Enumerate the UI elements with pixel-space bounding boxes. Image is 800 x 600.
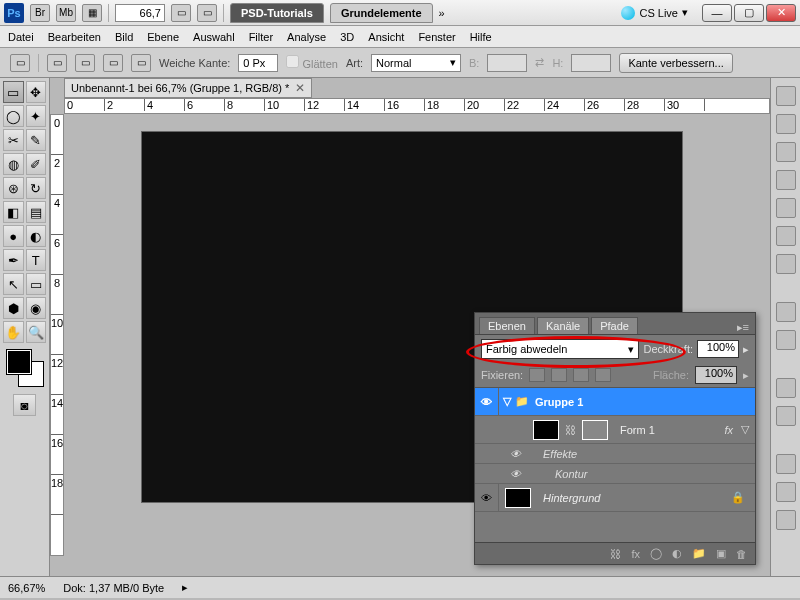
layer-thumb[interactable] bbox=[505, 488, 531, 508]
menu-bearbeiten[interactable]: Bearbeiten bbox=[48, 31, 101, 43]
shape-tool[interactable]: ▭ bbox=[26, 273, 47, 295]
dock-brush-icon[interactable] bbox=[776, 142, 796, 162]
marquee-add[interactable]: ▭ bbox=[75, 54, 95, 72]
vector-mask-thumb[interactable] bbox=[582, 420, 608, 440]
dock-actions-icon[interactable] bbox=[776, 114, 796, 134]
path-tool[interactable]: ↖ bbox=[3, 273, 24, 295]
menu-ebene[interactable]: Ebene bbox=[147, 31, 179, 43]
maximize-button[interactable]: ▢ bbox=[734, 4, 764, 22]
layer-background[interactable]: 👁 Hintergrund 🔒 bbox=[475, 484, 755, 512]
menu-fenster[interactable]: Fenster bbox=[418, 31, 455, 43]
adjustment-icon[interactable]: ◐ bbox=[672, 547, 682, 560]
3d-tool[interactable]: ⬢ bbox=[3, 297, 24, 319]
marquee-rect[interactable]: ▭ bbox=[47, 54, 67, 72]
refine-edge-button[interactable]: Kante verbessern... bbox=[619, 53, 732, 73]
menu-hilfe[interactable]: Hilfe bbox=[470, 31, 492, 43]
close-button[interactable]: ✕ bbox=[766, 4, 796, 22]
trash-icon[interactable]: 🗑 bbox=[736, 548, 747, 560]
zoom-tool[interactable]: 🔍 bbox=[26, 321, 47, 343]
zoom-input[interactable]: 66,7 bbox=[115, 4, 165, 22]
layer-form1[interactable]: ⛓ Form 1 fx ▽ bbox=[475, 416, 755, 444]
fx-arrow[interactable]: ▽ bbox=[741, 423, 755, 436]
blend-mode-select[interactable]: Farbig abwedeln▾ bbox=[481, 339, 639, 359]
link-layers-icon[interactable]: ⛓ bbox=[610, 548, 621, 560]
history-brush-tool[interactable]: ↻ bbox=[26, 177, 47, 199]
dock-mb-icon[interactable] bbox=[776, 254, 796, 274]
dock-clone-icon[interactable] bbox=[776, 170, 796, 190]
foreground-color[interactable] bbox=[7, 350, 31, 374]
dock-paths-icon[interactable] bbox=[776, 510, 796, 530]
marquee-tool[interactable]: ▭ bbox=[3, 81, 24, 103]
dock-history-icon[interactable] bbox=[776, 86, 796, 106]
eraser-tool[interactable]: ◧ bbox=[3, 201, 24, 223]
dock-color-icon[interactable] bbox=[776, 302, 796, 322]
tab-pfade[interactable]: Pfade bbox=[591, 317, 638, 334]
lock-all-icon[interactable] bbox=[595, 368, 611, 382]
dock-nav-icon[interactable] bbox=[776, 198, 796, 218]
layer-thumb[interactable] bbox=[533, 420, 559, 440]
menu-3d[interactable]: 3D bbox=[340, 31, 354, 43]
style-select[interactable]: Normal▾ bbox=[371, 54, 461, 72]
menu-analyse[interactable]: Analyse bbox=[287, 31, 326, 43]
blur-tool[interactable]: ● bbox=[3, 225, 24, 247]
pen-tool[interactable]: ✒ bbox=[3, 249, 24, 271]
dodge-tool[interactable]: ◐ bbox=[26, 225, 47, 247]
status-arrow[interactable]: ▸ bbox=[182, 581, 188, 594]
heal-tool[interactable]: ◍ bbox=[3, 153, 24, 175]
panel-menu-icon[interactable]: ▸≡ bbox=[731, 321, 755, 334]
minimize-button[interactable]: — bbox=[702, 4, 732, 22]
doc-close-icon[interactable]: ✕ bbox=[295, 81, 305, 95]
link-icon[interactable]: ⛓ bbox=[565, 424, 576, 436]
screen-mode-button[interactable]: ▭ bbox=[197, 4, 217, 22]
visibility-icon[interactable]: 👁 bbox=[475, 484, 499, 511]
mask-icon[interactable]: ◯ bbox=[650, 547, 662, 560]
group-icon[interactable]: 📁 bbox=[692, 547, 706, 560]
dock-channels-icon[interactable] bbox=[776, 482, 796, 502]
workspace-more[interactable]: » bbox=[439, 7, 445, 19]
status-zoom[interactable]: 66,67% bbox=[8, 582, 45, 594]
stamp-tool[interactable]: ⊛ bbox=[3, 177, 24, 199]
dock-adjust-icon[interactable] bbox=[776, 378, 796, 398]
gradient-tool[interactable]: ▤ bbox=[26, 201, 47, 223]
move-tool[interactable]: ✥ bbox=[26, 81, 47, 103]
cslive-dropdown[interactable]: ▾ bbox=[682, 6, 688, 19]
color-swatches[interactable] bbox=[7, 350, 43, 386]
group-arrow[interactable]: ▽ bbox=[499, 395, 515, 408]
hand-tool[interactable]: ✋ bbox=[3, 321, 24, 343]
lock-pos-icon[interactable] bbox=[573, 368, 589, 382]
menu-datei[interactable]: Datei bbox=[8, 31, 34, 43]
cslive-button[interactable]: CS Live bbox=[639, 7, 678, 19]
camera-tool[interactable]: ◉ bbox=[26, 297, 47, 319]
new-layer-icon[interactable]: ▣ bbox=[716, 547, 726, 560]
lock-pixels-icon[interactable] bbox=[551, 368, 567, 382]
view-align-button[interactable]: ▭ bbox=[171, 4, 191, 22]
opacity-input[interactable]: 100% bbox=[697, 340, 739, 358]
brush-tool[interactable]: ✐ bbox=[26, 153, 47, 175]
lasso-tool[interactable]: ◯ bbox=[3, 105, 24, 127]
tool-preset[interactable]: ▭ bbox=[10, 54, 30, 72]
layer-effects[interactable]: 👁 Effekte bbox=[475, 444, 755, 464]
workspace-tab-tutorials[interactable]: PSD-Tutorials bbox=[230, 3, 324, 23]
menu-bild[interactable]: Bild bbox=[115, 31, 133, 43]
crop-tool[interactable]: ✂ bbox=[3, 129, 24, 151]
eyedropper-tool[interactable]: ✎ bbox=[26, 129, 47, 151]
layer-effect-kontur[interactable]: 👁 Kontur bbox=[475, 464, 755, 484]
wand-tool[interactable]: ✦ bbox=[26, 105, 47, 127]
fx-badge[interactable]: fx bbox=[724, 424, 741, 436]
marquee-sub[interactable]: ▭ bbox=[103, 54, 123, 72]
dock-masks-icon[interactable] bbox=[776, 406, 796, 426]
opacity-flyout[interactable]: ▸ bbox=[743, 343, 749, 356]
status-doc[interactable]: Dok: 1,37 MB/0 Byte bbox=[63, 582, 164, 594]
fx-icon[interactable]: fx bbox=[631, 548, 640, 560]
tab-ebenen[interactable]: Ebenen bbox=[479, 317, 535, 334]
dock-char-icon[interactable] bbox=[776, 226, 796, 246]
quickmask-button[interactable]: ◙ bbox=[13, 394, 36, 416]
layer-group[interactable]: 👁 ▽ 📁 Gruppe 1 bbox=[475, 388, 755, 416]
lock-trans-icon[interactable] bbox=[529, 368, 545, 382]
menu-auswahl[interactable]: Auswahl bbox=[193, 31, 235, 43]
bridge-button[interactable]: Br bbox=[30, 4, 50, 22]
minibridge-button[interactable]: Mb bbox=[56, 4, 76, 22]
marquee-int[interactable]: ▭ bbox=[131, 54, 151, 72]
workspace-tab-grundelemente[interactable]: Grundelemente bbox=[330, 3, 433, 23]
feather-input[interactable]: 0 Px bbox=[238, 54, 278, 72]
